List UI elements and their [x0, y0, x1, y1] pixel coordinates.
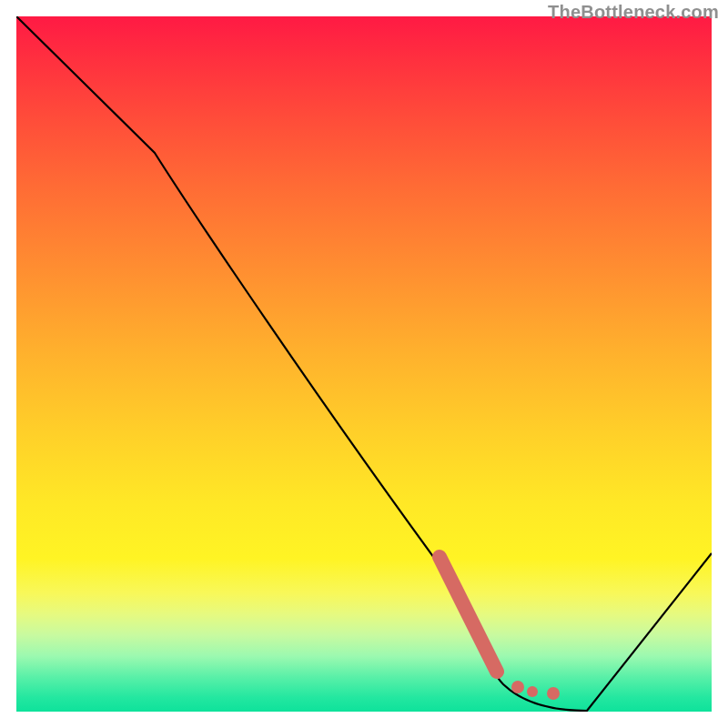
highlight-segment-path — [440, 557, 497, 672]
watermark-text: TheBottleneck.com — [548, 2, 719, 23]
highlight-dot-1 — [511, 681, 524, 693]
highlight-dot-2 — [527, 686, 538, 697]
bottleneck-curve-path — [16, 16, 712, 711]
chart-svg — [16, 16, 712, 712]
highlight-dot-3 — [547, 687, 560, 700]
chart-canvas: TheBottleneck.com — [0, 0, 728, 728]
